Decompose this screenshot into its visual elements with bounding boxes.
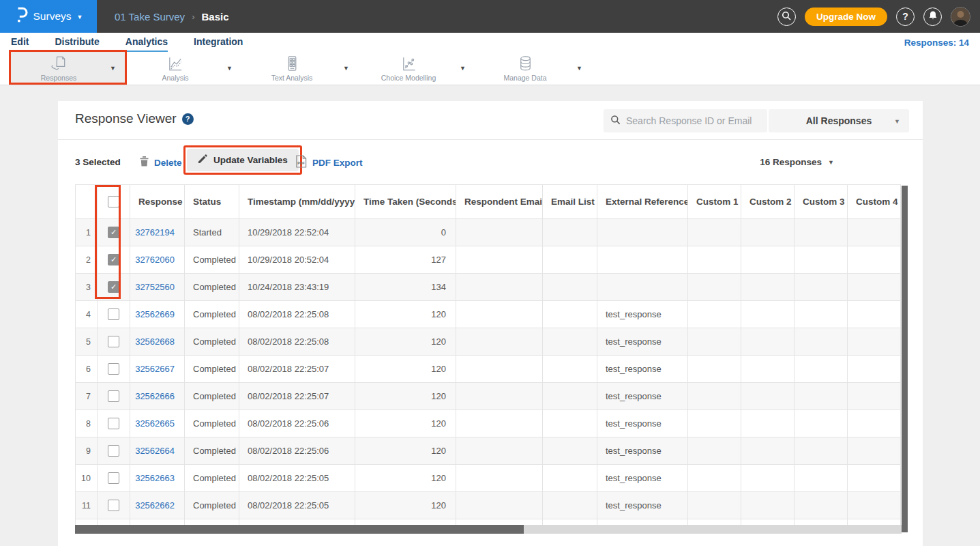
cell-time-taken: 120: [355, 465, 456, 492]
chevron-down-icon[interactable]: ▼: [343, 65, 349, 72]
manage-data-icon: [516, 55, 535, 73]
response-id-link[interactable]: 32562664: [135, 446, 175, 456]
pdf-export-button[interactable]: PDF PDF Export: [295, 155, 363, 171]
tool-responses[interactable]: Responses ▼: [9, 52, 125, 85]
table-row: 1032562663Completed08/02/2018 22:25:0512…: [76, 465, 901, 492]
cell-custom1: [688, 519, 741, 526]
card-header: Response Viewer ? All Responses ▼: [58, 101, 923, 140]
product-switcher[interactable]: Surveys ▼: [0, 0, 97, 33]
table-body: 1✓32762194Started10/29/2018 22:52:0402✓3…: [76, 219, 901, 526]
cell-custom2: [741, 410, 795, 437]
help-tooltip-icon[interactable]: ?: [182, 113, 194, 125]
response-filter-dropdown[interactable]: All Responses ▼: [769, 109, 909, 132]
cell-timestamp: 08/02/2018 22:25:08: [239, 301, 355, 328]
cell-custom2: [741, 274, 795, 301]
column-header-time-taken-seconds-[interactable]: Time Taken (Seconds)⇅: [355, 185, 456, 219]
update-variables-button[interactable]: Update Variables: [187, 149, 299, 171]
response-id-link[interactable]: 32752560: [135, 282, 175, 292]
delete-button[interactable]: Delete: [140, 156, 182, 169]
response-id-link[interactable]: 32562668: [135, 336, 175, 347]
cell-status: Completed: [185, 465, 239, 492]
row-checkbox-checked[interactable]: ✓: [108, 281, 119, 293]
cell-external-reference: [597, 246, 688, 274]
row-checkbox-checked[interactable]: ✓: [108, 254, 119, 265]
response-id-link[interactable]: 32762060: [135, 255, 175, 265]
nav-tab-integration[interactable]: Integration: [194, 33, 243, 52]
row-number: 4: [76, 301, 98, 328]
column-header-response-id[interactable]: Response ID⇅: [130, 185, 185, 219]
horizontal-scrollbar-track[interactable]: [75, 525, 902, 534]
breadcrumb-survey-name[interactable]: 01 Take Survey: [115, 11, 185, 23]
nav-tab-analytics[interactable]: Analytics: [125, 33, 168, 52]
row-checkbox[interactable]: [108, 308, 119, 320]
questionpro-logo-icon: [14, 7, 28, 27]
responses-per-page-dropdown[interactable]: 16 Responses ▼: [760, 157, 834, 167]
row-number: 1: [76, 219, 98, 246]
user-avatar[interactable]: [951, 7, 970, 27]
row-checkbox[interactable]: [108, 472, 119, 484]
notifications-button[interactable]: [923, 8, 942, 26]
column-header-custom-2: Custom 2: [741, 185, 795, 219]
row-checkbox-cell: [98, 465, 130, 492]
chevron-down-icon[interactable]: ▼: [576, 65, 582, 72]
column-header-timestamp-mm-dd-yyyy-[interactable]: Timestamp (mm/dd/yyyy)⇅: [239, 185, 355, 219]
cell-custom2: [741, 219, 795, 246]
response-id-link[interactable]: 32562662: [135, 500, 175, 511]
response-id-link[interactable]: 32562667: [135, 364, 175, 374]
response-id-link[interactable]: 32562663: [135, 473, 175, 483]
cell-custom1: [688, 383, 741, 410]
row-checkbox-cell: [98, 519, 130, 526]
row-checkbox[interactable]: [108, 363, 119, 375]
cell-custom3: [795, 328, 848, 356]
cell-custom4: [848, 301, 901, 328]
tool-manage-data[interactable]: Manage Data ▼: [475, 52, 592, 85]
help-button[interactable]: ?: [896, 8, 915, 26]
nav-tab-distribute[interactable]: Distribute: [55, 33, 99, 52]
cell-respondent-email: [456, 492, 543, 519]
row-checkbox[interactable]: [108, 336, 119, 347]
chevron-down-icon[interactable]: ▼: [226, 65, 233, 72]
cell-timestamp: 10/24/2018 23:43:19: [239, 274, 355, 301]
cell-time-taken: 120: [355, 328, 456, 356]
column-label: Email List: [551, 197, 595, 207]
row-number: 6: [76, 356, 98, 383]
search-button[interactable]: [777, 8, 796, 26]
vertical-scrollbar-thumb[interactable]: [902, 186, 908, 532]
row-checkbox[interactable]: [108, 390, 119, 402]
row-checkbox[interactable]: [108, 500, 119, 511]
cell-time-taken: [355, 519, 456, 526]
cell-custom4: [848, 328, 901, 356]
row-checkbox-cell: ✓: [98, 274, 130, 301]
horizontal-scrollbar-thumb[interactable]: [75, 525, 524, 534]
row-checkbox-checked[interactable]: ✓: [108, 227, 119, 238]
table-row: 2✓32762060Completed10/29/2018 20:52:0412…: [76, 246, 901, 274]
row-checkbox[interactable]: [108, 418, 119, 429]
response-viewer-card: Response Viewer ? All Responses ▼ 3 Sele…: [58, 101, 923, 546]
response-id-link[interactable]: 32762194: [135, 227, 175, 238]
tool-analysis[interactable]: Analysis ▼: [125, 52, 242, 85]
cell-status: Completed: [185, 328, 239, 356]
cell-respondent-email: [456, 274, 543, 301]
cell-custom1: [688, 274, 741, 301]
cell-custom4: [848, 246, 901, 274]
search-input[interactable]: [626, 115, 760, 126]
chevron-down-icon[interactable]: ▼: [460, 65, 466, 72]
select-all-checkbox[interactable]: [108, 196, 119, 207]
row-checkbox-cell: [98, 301, 130, 328]
cell-external-reference: test_response: [597, 356, 688, 383]
cell-custom1: [688, 492, 741, 519]
tool-text-analysis[interactable]: Text Analysis ▼: [242, 52, 359, 85]
tool-choice-modelling[interactable]: Choice Modelling ▼: [359, 52, 475, 85]
response-id-link[interactable]: 32562669: [135, 309, 175, 319]
search-icon: [610, 115, 621, 128]
response-id-link[interactable]: 32562665: [135, 418, 175, 429]
upgrade-now-button[interactable]: Upgrade Now: [805, 8, 887, 26]
responses-table-container: Response ID⇅StatusTimestamp (mm/dd/yyyy)…: [75, 184, 902, 525]
response-id-link[interactable]: 32562666: [135, 391, 175, 401]
column-header-custom-1: Custom 1: [688, 185, 741, 219]
nav-tab-edit[interactable]: Edit: [11, 33, 29, 52]
cell-time-taken: 120: [355, 356, 456, 383]
row-checkbox-cell: [98, 328, 130, 356]
chevron-down-icon[interactable]: ▼: [110, 65, 116, 72]
row-checkbox[interactable]: [108, 445, 119, 457]
